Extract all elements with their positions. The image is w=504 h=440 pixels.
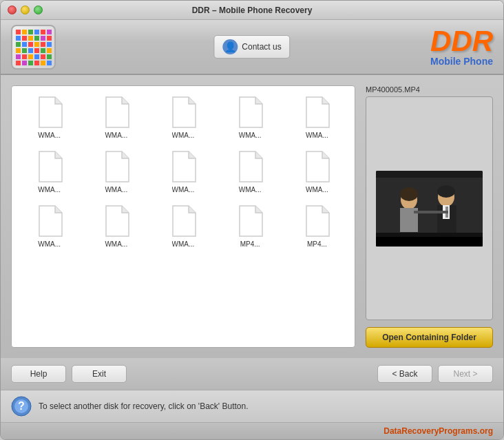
- preview-box: [366, 96, 493, 320]
- svg-rect-33: [34, 61, 39, 65]
- file-icon: [103, 96, 130, 129]
- svg-rect-28: [41, 54, 45, 59]
- window-title: DDR – Mobile Phone Recovery: [192, 6, 313, 15]
- svg-rect-26: [28, 54, 33, 59]
- file-icon: [36, 96, 63, 129]
- list-item[interactable]: WMA...: [19, 202, 80, 251]
- contact-button[interactable]: 👤 Contact us: [213, 35, 290, 59]
- list-item[interactable]: WMA...: [19, 93, 80, 142]
- list-item[interactable]: MP4...: [220, 202, 281, 251]
- exit-button[interactable]: Exit: [72, 365, 127, 383]
- list-item[interactable]: WMA...: [152, 202, 213, 251]
- list-item[interactable]: WMA...: [19, 147, 80, 196]
- file-label: MP4...: [240, 240, 260, 248]
- file-label: WMA...: [105, 132, 127, 139]
- file-label: WMA...: [172, 186, 195, 193]
- footer: DataRecoveryPrograms.org: [1, 422, 503, 439]
- svg-rect-27: [34, 54, 39, 59]
- brand: DDR Mobile Phone: [430, 27, 493, 67]
- svg-rect-5: [47, 30, 52, 34]
- list-item[interactable]: WMA...: [286, 93, 348, 142]
- list-item[interactable]: WMA...: [152, 147, 213, 196]
- list-item[interactable]: WMA...: [220, 147, 281, 196]
- svg-rect-10: [41, 36, 45, 41]
- file-label: WMA...: [105, 186, 127, 193]
- svg-rect-1: [22, 30, 27, 34]
- svg-rect-30: [16, 61, 21, 65]
- file-icon: [169, 150, 197, 183]
- right-buttons: < Back Next >: [377, 365, 493, 383]
- header: 👤 Contact us DDR Mobile Phone: [1, 20, 503, 75]
- svg-rect-3: [34, 30, 39, 34]
- svg-rect-18: [16, 48, 21, 53]
- file-icon: [36, 150, 63, 183]
- svg-rect-29: [47, 54, 52, 59]
- close-button[interactable]: [8, 6, 17, 14]
- file-label: WMA...: [172, 132, 195, 139]
- list-item[interactable]: WMA...: [85, 147, 147, 196]
- zoom-button[interactable]: [34, 6, 43, 14]
- svg-rect-12: [16, 42, 21, 47]
- svg-rect-16: [41, 42, 45, 47]
- svg-rect-37: [376, 178, 483, 233]
- file-icon: [169, 205, 197, 238]
- svg-rect-31: [22, 61, 27, 65]
- list-item[interactable]: WMA...: [286, 147, 348, 196]
- file-icon: [303, 205, 330, 238]
- svg-rect-14: [28, 42, 33, 47]
- title-bar: DDR – Mobile Phone Recovery: [1, 1, 503, 20]
- svg-text:?: ?: [18, 400, 25, 412]
- file-label: WMA...: [172, 240, 195, 248]
- file-label: WMA...: [38, 132, 61, 139]
- svg-rect-34: [41, 61, 45, 65]
- open-folder-button[interactable]: Open Containing Folder: [366, 327, 493, 348]
- list-item[interactable]: WMA...: [152, 93, 213, 142]
- list-item[interactable]: MP4...: [286, 202, 348, 251]
- svg-rect-21: [34, 48, 39, 53]
- app-logo: [11, 25, 56, 70]
- preview-image: [376, 171, 483, 247]
- minimize-button[interactable]: [21, 6, 30, 14]
- next-button[interactable]: Next >: [438, 365, 493, 383]
- brand-ddr: DDR: [430, 27, 493, 56]
- svg-rect-6: [16, 36, 21, 41]
- svg-rect-19: [22, 48, 27, 53]
- svg-rect-23: [47, 48, 52, 53]
- list-item[interactable]: WMA...: [85, 202, 147, 251]
- status-bar: ? To select another disk for recovery, c…: [1, 390, 503, 422]
- svg-rect-22: [41, 48, 45, 53]
- file-icon: [236, 150, 264, 183]
- svg-rect-32: [28, 61, 33, 65]
- svg-point-39: [400, 187, 418, 201]
- svg-rect-0: [16, 30, 21, 34]
- file-icon: [303, 96, 330, 129]
- file-label: WMA...: [239, 132, 262, 139]
- footer-link: DataRecoveryPrograms.org: [384, 426, 493, 436]
- preview-photo: [376, 171, 483, 247]
- file-label: WMA...: [239, 186, 262, 193]
- file-icon: [303, 150, 330, 183]
- svg-rect-15: [34, 42, 39, 47]
- file-icon: [169, 96, 197, 129]
- main-window: DDR – Mobile Phone Recovery: [0, 0, 504, 440]
- list-item[interactable]: WMA...: [220, 93, 281, 142]
- file-icon: [236, 96, 264, 129]
- contact-label: Contact us: [242, 42, 281, 52]
- svg-point-42: [437, 185, 455, 198]
- svg-rect-7: [22, 36, 27, 41]
- svg-rect-4: [41, 30, 45, 34]
- list-item[interactable]: WMA...: [85, 93, 147, 142]
- svg-rect-2: [28, 30, 33, 34]
- svg-rect-8: [28, 36, 33, 41]
- svg-rect-20: [28, 48, 33, 53]
- file-icon: [103, 205, 130, 238]
- file-label: WMA...: [105, 240, 127, 248]
- main-content: WMA... WMA... WMA...: [1, 75, 503, 358]
- back-button[interactable]: < Back: [377, 365, 432, 383]
- file-grid-container[interactable]: WMA... WMA... WMA...: [11, 85, 355, 348]
- traffic-lights: [8, 6, 43, 14]
- file-icon: [236, 205, 264, 238]
- file-icon: [103, 150, 130, 183]
- file-label: WMA...: [38, 240, 61, 248]
- help-button[interactable]: Help: [11, 365, 66, 383]
